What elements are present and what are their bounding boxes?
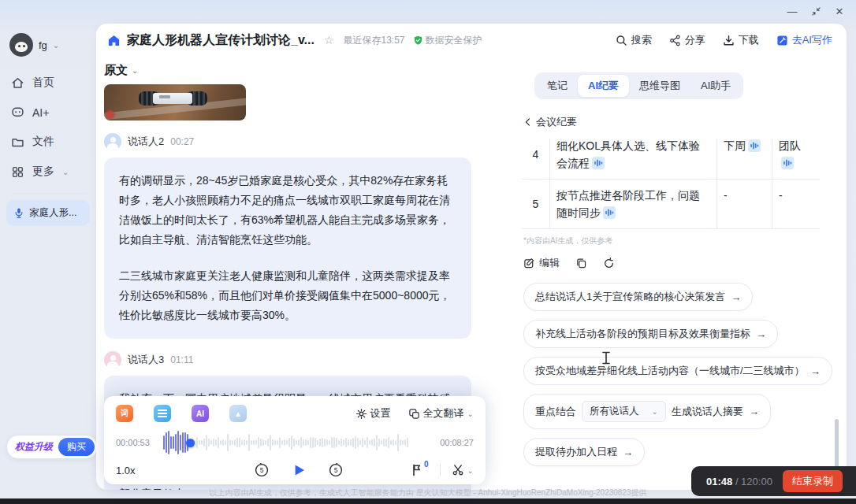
view-mode-dropdown[interactable]: 原文 ⌄: [102, 57, 501, 84]
flag-marker-button[interactable]: 0: [411, 463, 429, 477]
audio-ref-icon[interactable]: [603, 206, 616, 219]
active-doc-label: 家庭人形...: [29, 206, 76, 220]
suggestion-chip-summary-speaker1[interactable]: 总结说话人1关于宣传策略的核心决策发言→: [523, 283, 753, 311]
refresh-icon[interactable]: [603, 258, 615, 269]
full-translate-dropdown[interactable]: 全文翻译 ⌄: [408, 406, 474, 421]
row-owner: -: [772, 180, 820, 228]
copy-icon[interactable]: [575, 258, 587, 269]
clip-dropdown[interactable]: ⌄: [452, 464, 474, 476]
security-label: 数据安全保护: [426, 34, 482, 47]
sidebar-item-more[interactable]: 更多 ⌄: [0, 157, 96, 187]
ai-writing-icon: [776, 35, 788, 46]
minutes-back-link[interactable]: 会议纪要: [523, 115, 847, 129]
scissors-icon: [452, 464, 464, 476]
tab-ai-minutes[interactable]: AI纪要: [578, 75, 629, 97]
user-account[interactable]: fg ⌄: [0, 28, 96, 68]
user-name: fg: [39, 39, 47, 51]
audio-ref-icon[interactable]: [592, 157, 605, 169]
search-button[interactable]: 搜索: [616, 33, 652, 47]
tab-notes[interactable]: 笔记: [537, 75, 578, 97]
buy-button[interactable]: 购买: [58, 438, 95, 456]
tab-ai-assistant[interactable]: AI助手: [690, 75, 741, 97]
ai-writing-label: 去AI写作: [792, 33, 832, 47]
arrow-icon: →: [731, 291, 741, 303]
play-button[interactable]: [291, 462, 307, 478]
inserted-robot-image[interactable]: [104, 84, 246, 120]
ai-app-icon[interactable]: AI: [192, 405, 209, 422]
audio-ref-icon[interactable]: [748, 139, 761, 152]
rewind-5-button[interactable]: 5: [254, 462, 270, 478]
share-icon: [669, 35, 681, 46]
action-items-table: 4 细化KOL具体人选、线下体验会流程 下周 团队 5 按节点推进各阶段工作，问…: [522, 139, 820, 229]
chevron-left-icon: [523, 117, 533, 127]
sidebar-active-recording[interactable]: 家庭人形...: [6, 200, 90, 226]
chip-label: 总结说话人1关于宣传策略的核心决策发言: [535, 290, 725, 304]
restore-button[interactable]: [804, 2, 828, 20]
time-text: 下周: [724, 139, 746, 152]
chevron-down-icon: ⌄: [62, 168, 69, 176]
minimize-button[interactable]: —: [780, 2, 804, 20]
home-doc-icon[interactable]: [107, 34, 121, 47]
table-row: 4 细化KOL具体人选、线下体验会流程 下周 团队: [522, 139, 820, 179]
transcript-paragraph: 有的调研显示，28~45岁已婚家庭是核心受众，其中82%存在家务耗时多，老人小孩…: [119, 171, 456, 250]
row-number: 5: [522, 180, 549, 228]
plant-blur: [105, 109, 115, 120]
edit-icon: [523, 258, 535, 269]
share-label: 分享: [685, 33, 705, 47]
speaker-timestamp[interactable]: 00:27: [170, 136, 194, 147]
sidebar-item-files[interactable]: 文件: [0, 127, 96, 157]
playback-speed[interactable]: 1.0x: [116, 465, 187, 476]
share-button[interactable]: 分享: [669, 33, 705, 47]
go-ai-writing-button[interactable]: 去AI写作: [776, 33, 832, 47]
row-owner: 团队: [772, 139, 820, 179]
sidebar-item-ai[interactable]: AI+: [0, 98, 96, 127]
settings-button[interactable]: 设置: [355, 406, 391, 421]
sidebar-item-home[interactable]: 首页: [0, 68, 96, 98]
translate-icon: [408, 408, 420, 420]
suggestion-chip-speaker-summary[interactable]: 重点结合 所有说话人 ⌄ 生成说话人摘要 →: [523, 394, 771, 429]
gear-icon: [355, 408, 367, 420]
ai-chat-icon: [11, 106, 24, 119]
sidebar-item-label: AI+: [32, 106, 49, 119]
restore-icon: [811, 6, 821, 17]
upload-app-icon[interactable]: ▲: [229, 405, 247, 422]
download-button[interactable]: 下载: [723, 33, 759, 47]
panel-scrollbar[interactable]: [835, 419, 839, 468]
star-icon[interactable]: ☆: [324, 34, 334, 46]
task-text: 按节点推进各阶段工作，问题随时同步: [556, 189, 700, 219]
arrow-icon: →: [810, 365, 821, 377]
tab-mindmap[interactable]: 思维导图: [629, 75, 690, 97]
waveform-track[interactable]: [163, 429, 426, 456]
speaker-avatar: [104, 351, 121, 369]
close-button[interactable]: ✕: [828, 2, 851, 20]
window-controls: — ✕: [780, 2, 851, 20]
save-status: 最近保存13:57: [344, 34, 405, 47]
suggestion-chip-online-goals[interactable]: 补充线上活动各阶段的预期目标及效果衡量指标→: [523, 320, 778, 348]
row-number: 4: [522, 139, 549, 179]
forward-5-button[interactable]: 5: [328, 462, 344, 478]
transcript-bubble[interactable]: 有的调研显示，28~45岁已婚家庭是核心受众，其中82%存在家务耗时多，老人小孩…: [104, 158, 471, 339]
chevron-down-icon: ⌄: [132, 66, 138, 75]
upgrade-banner[interactable]: 权益升级 购买: [6, 435, 98, 459]
speaker-select[interactable]: 所有说话人 ⌄: [582, 401, 666, 422]
panel-tabs: 笔记 AI纪要 思维导图 AI助手: [534, 72, 743, 99]
stop-recording-button[interactable]: 结束录制: [783, 470, 843, 492]
translate-label: 全文翻译: [423, 406, 464, 421]
edit-button[interactable]: 编辑: [523, 256, 560, 270]
chevron-down-icon: ⌄: [467, 410, 474, 418]
suggestion-chip-region-content[interactable]: 按受众地域差异细化线上活动内容（一线城市/二三线城市）→: [523, 357, 832, 385]
upgrade-label: 权益升级: [15, 440, 53, 454]
playhead-handle[interactable]: [186, 439, 195, 447]
edit-label: 编辑: [539, 256, 560, 270]
speaker-timestamp[interactable]: 01:11: [170, 354, 193, 365]
keywords-app-icon[interactable]: 词: [116, 405, 133, 422]
suggestion-chip-extract-todos[interactable]: 提取待办加入日程→: [523, 438, 645, 466]
arrow-icon: →: [756, 328, 766, 340]
audio-ref-icon[interactable]: [781, 157, 794, 169]
transcript-app-icon[interactable]: [154, 405, 171, 422]
sidebar-item-label: 更多: [32, 165, 54, 179]
chip-label: 提取待办加入日程: [535, 445, 617, 459]
chip-label: 补充线上活动各阶段的预期目标及效果衡量指标: [535, 327, 750, 341]
speaker-header: 说话人3 01:11: [104, 351, 501, 369]
back-label: 会议纪要: [536, 115, 577, 129]
